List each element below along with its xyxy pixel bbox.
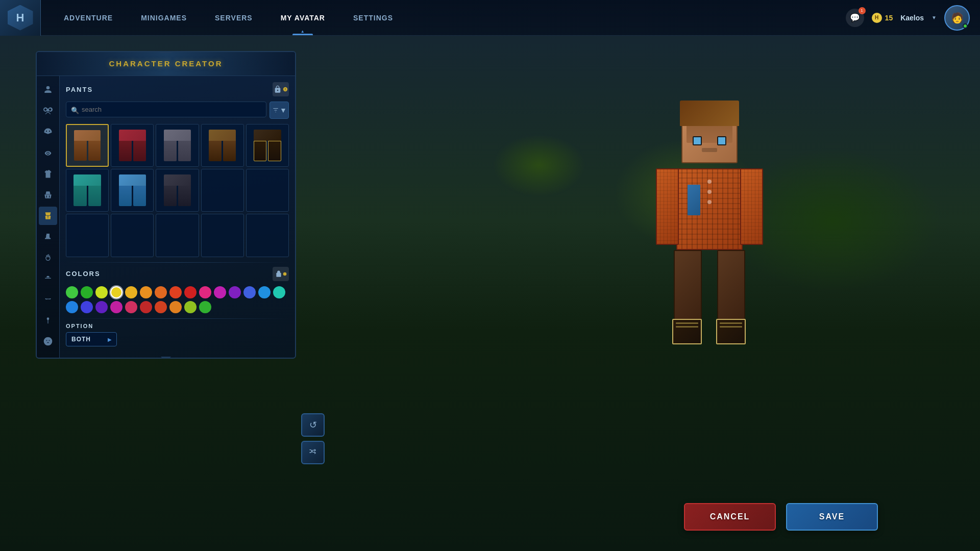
search-input[interactable] xyxy=(66,102,266,117)
reset-icon: ↺ xyxy=(309,419,317,431)
grid-item-5[interactable] xyxy=(66,169,109,212)
color-dot-4[interactable] xyxy=(125,286,137,298)
search-input-wrapper: 🔍 xyxy=(66,102,266,119)
color-dot-19[interactable] xyxy=(125,301,137,313)
user-avatar[interactable]: 🧑 xyxy=(944,5,970,31)
color-dot-1[interactable] xyxy=(81,286,93,298)
reset-button[interactable]: ↺ xyxy=(301,413,325,437)
color-dot-23[interactable] xyxy=(184,301,197,313)
color-dot-0[interactable] xyxy=(66,286,78,298)
boot-lace-right xyxy=(720,326,742,328)
sidebar-icon-body[interactable] xyxy=(39,81,57,99)
cancel-button[interactable]: CANCEL xyxy=(684,503,776,531)
pants-visual-0 xyxy=(67,125,108,166)
color-dot-8[interactable] xyxy=(184,286,197,298)
color-dot-9[interactable] xyxy=(199,286,211,298)
colors-lock-btn[interactable] xyxy=(273,267,289,281)
colors-section: COLORS xyxy=(66,267,289,313)
top-navigation: H ADVENTURE MINIGAMES SERVERS MY AVATAR … xyxy=(0,0,980,36)
color-dot-15[interactable] xyxy=(66,301,78,313)
svg-point-2 xyxy=(283,272,286,276)
grid-item-2[interactable] xyxy=(156,124,199,167)
sidebar-icons xyxy=(37,76,60,358)
character-boot-left xyxy=(672,319,702,344)
char-mouth xyxy=(702,148,717,152)
pants-visual-2 xyxy=(156,124,198,166)
action-buttons: CANCEL SAVE xyxy=(684,503,878,531)
color-dot-12[interactable] xyxy=(243,286,256,298)
panel-body: PANTS 🔍 xyxy=(37,76,295,358)
sidebar-icon-outfit[interactable] xyxy=(39,186,57,204)
grid-item-1[interactable] xyxy=(111,124,154,167)
nav-item-adventure[interactable]: ADVENTURE xyxy=(51,0,126,35)
character-left-leg xyxy=(674,250,702,327)
char-button-2 xyxy=(707,190,712,194)
sidebar-icon-face[interactable] xyxy=(39,332,57,350)
color-dot-17[interactable] xyxy=(95,301,108,313)
color-dot-10[interactable] xyxy=(214,286,226,298)
grid-item-4[interactable] xyxy=(246,124,289,167)
item-grid xyxy=(66,124,289,257)
sidebar-icon-boots[interactable] xyxy=(39,228,57,246)
color-dot-22[interactable] xyxy=(169,301,182,313)
search-icon: 🔍 xyxy=(71,107,79,114)
grid-item-14 xyxy=(246,214,289,257)
option-select-wrapper[interactable]: BOTH LEFT RIGHT xyxy=(66,332,117,346)
sidebar-icon-scissors[interactable] xyxy=(39,102,57,120)
color-dot-2[interactable] xyxy=(95,286,108,298)
color-dot-3[interactable] xyxy=(110,286,122,298)
chat-button[interactable]: 💬 1 xyxy=(846,9,864,27)
color-dot-16[interactable] xyxy=(81,301,93,313)
nav-item-my-avatar[interactable]: MY AVATAR xyxy=(268,0,338,35)
main-content: CHARACTER CREATOR xyxy=(0,36,980,551)
character-body xyxy=(676,168,743,250)
color-dot-21[interactable] xyxy=(155,301,167,313)
coins-display: H 15 xyxy=(872,13,893,23)
svg-point-0 xyxy=(44,337,53,346)
sidebar-icon-mask[interactable] xyxy=(39,123,57,141)
color-dot-6[interactable] xyxy=(155,286,167,298)
nav-item-settings[interactable]: SETTINGS xyxy=(340,0,406,35)
color-dot-5[interactable] xyxy=(140,286,152,298)
save-button[interactable]: SAVE xyxy=(786,503,878,531)
color-dot-13[interactable] xyxy=(258,286,271,298)
character-right-arm xyxy=(740,168,763,245)
nav-items: ADVENTURE MINIGAMES SERVERS MY AVATAR SE… xyxy=(51,0,406,35)
sidebar-icon-hat[interactable] xyxy=(39,269,57,288)
grid-item-6[interactable] xyxy=(111,169,154,212)
sidebar-icon-pin[interactable] xyxy=(39,311,57,330)
color-dot-7[interactable] xyxy=(169,286,182,298)
nav-item-minigames[interactable]: MINIGAMES xyxy=(128,0,200,35)
grid-item-8 xyxy=(201,169,244,212)
pants-visual-5 xyxy=(66,169,108,211)
pants-visual-7 xyxy=(156,169,198,211)
color-dot-20[interactable] xyxy=(140,301,152,313)
grid-item-0[interactable] xyxy=(66,124,109,167)
coins-count: 15 xyxy=(885,14,893,22)
character-right-leg xyxy=(717,250,745,327)
sidebar-icon-shirt[interactable] xyxy=(39,165,57,183)
color-dot-11[interactable] xyxy=(229,286,241,298)
boot-detail-right xyxy=(720,322,742,324)
sidebar-icon-pants[interactable] xyxy=(39,207,57,225)
color-dot-24[interactable] xyxy=(199,301,211,313)
char-arm-pattern-right xyxy=(741,169,762,244)
panel-bottom-indicator xyxy=(161,357,171,359)
nav-logo[interactable]: H xyxy=(0,0,41,36)
lock-btn[interactable] xyxy=(273,82,289,96)
char-arm-pattern-left xyxy=(657,169,678,244)
option-select[interactable]: BOTH LEFT RIGHT xyxy=(66,332,117,346)
sidebar-icon-hand[interactable] xyxy=(39,248,57,267)
shuffle-button[interactable] xyxy=(301,441,325,464)
search-container: 🔍 ▼ xyxy=(66,102,289,119)
sidebar-icon-glasses[interactable] xyxy=(39,290,57,309)
grid-item-7[interactable] xyxy=(156,169,199,212)
color-dot-14[interactable] xyxy=(273,286,285,298)
grid-item-3[interactable] xyxy=(201,124,244,167)
logo-hex: H xyxy=(8,5,33,31)
color-dot-18[interactable] xyxy=(110,301,122,313)
nav-item-servers[interactable]: SERVERS xyxy=(202,0,265,35)
sidebar-icon-eye[interactable] xyxy=(39,144,57,162)
search-filter-button[interactable]: ▼ xyxy=(270,102,289,119)
boot-lace-left xyxy=(676,326,698,328)
